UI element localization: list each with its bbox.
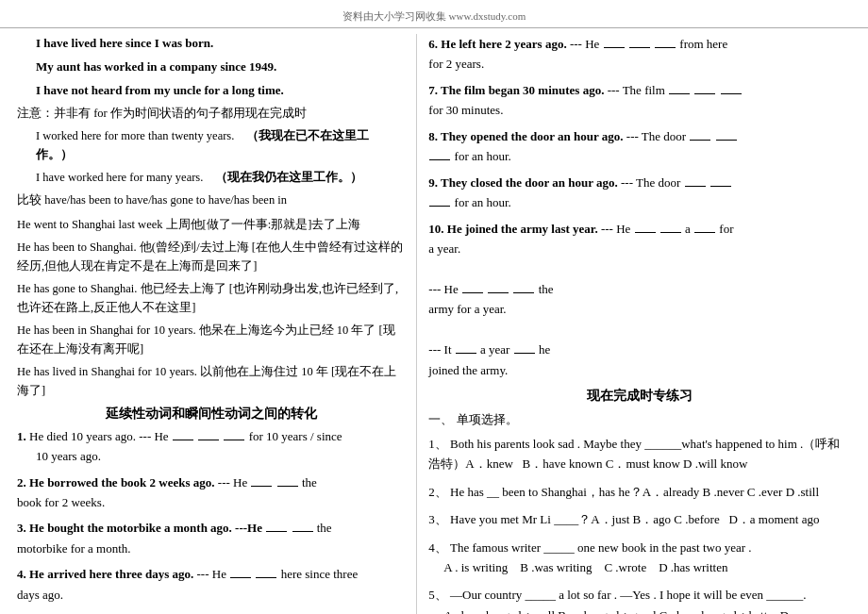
q3-suffix2: motorbike for a month. (17, 541, 131, 556)
q10-blank2 (660, 220, 681, 233)
left-section-title: 延续性动词和瞬间性动词之间的转化 (17, 406, 405, 423)
note-ex2-cn: （现在我仍在这里工作。） (215, 171, 362, 184)
right-exercise-8: 8. They opened the door an hour ago. ---… (428, 126, 851, 167)
example-3: I have not heard from my uncle for a lon… (17, 81, 405, 101)
q4-num: 4. He arrived here three days ago. (17, 567, 193, 581)
q10-extra2-suffix: he (539, 342, 550, 357)
q2-suffix: the (302, 475, 317, 490)
c5-text: —Our country _____ a lot so far . —Yes .… (450, 588, 806, 602)
q7-num: 7. The film began 30 minutes ago. (428, 83, 604, 97)
left-exercise-5: 5. They turned off the light 2 hours ago… (17, 610, 405, 614)
q6-suffix2: for 2 years. (428, 57, 484, 71)
para3: He has gone to Shanghai. 他已经去上海了 [也许刚动身出… (17, 279, 405, 317)
q1-blank3 (224, 427, 244, 440)
c5-num: 5、 (428, 588, 447, 602)
q6-blank3 (655, 35, 676, 48)
q6-num: 6. He left here 2 years ago. (428, 37, 566, 51)
main-content: I have lived here since I was born. My a… (0, 34, 868, 614)
note-title: 注意：并非有 for 作为时间状语的句子都用现在完成时 (17, 104, 405, 123)
right-exercise-10: 10. He joined the army last year. --- He… (428, 219, 851, 381)
c2-text: He has __ been to Shanghai，has he？A．alre… (450, 485, 819, 499)
q8-blank1 (690, 127, 710, 141)
c4-num: 4、 (428, 540, 447, 555)
q10-dash: --- He (601, 222, 634, 236)
q4-dash: --- He (197, 567, 230, 581)
q2-blank1 (251, 473, 272, 487)
note-ex2: I have worked here for many years. （现在我仍… (17, 168, 405, 187)
c5-options: A . has changed；well B．changed；good C . … (428, 608, 801, 614)
c3-text: Have you met Mr Li ____？A．just B．ago C .… (450, 512, 819, 526)
q10-suffix2: a year. (428, 241, 460, 256)
choice-5: 5、 —Our country _____ a lot so far . —Ye… (428, 585, 851, 614)
q9-suffix: for an hour. (455, 195, 511, 209)
left-exercise-3: 3. He bought the motorbike a month ago. … (17, 518, 405, 558)
right-column: 6. He left here 2 years ago. --- He from… (417, 34, 851, 614)
q9-blank3 (429, 193, 450, 207)
q3-suffix: the (317, 521, 332, 535)
q1-blank2 (198, 427, 219, 440)
q6-blank2 (629, 35, 650, 48)
note-ex2-text: I have worked here for many years. (36, 171, 203, 184)
para1: He went to Shanghai last week 上周他[做了一件事:… (17, 215, 405, 234)
q7-blank1 (669, 81, 690, 94)
para5: He has lived in Shanghai for 10 years. 以… (17, 362, 405, 400)
example-2: My aunt has worked in a company since 19… (17, 58, 405, 77)
q7-suffix: for 30 minutes. (428, 103, 503, 117)
q10-extra2-mid: a year (480, 342, 513, 357)
c1-text: Both his parents look sad . Maybe they _… (428, 437, 840, 471)
compare-text: 比较 have/has been to have/has gone to hav… (17, 191, 287, 210)
q9-blank2 (710, 174, 731, 187)
page-container: 资料由大小学习网收集 www.dxstudy.com I have lived … (0, 0, 868, 614)
q10-extra2: --- It (428, 342, 454, 357)
q10-mid: a (685, 222, 693, 236)
q10-extra2-suffix2: joined the army. (428, 363, 508, 377)
right-exercise-6: 6. He left here 2 years ago. --- He from… (428, 34, 851, 75)
q8-blank2 (716, 127, 737, 141)
q1-num: 1. (17, 429, 26, 443)
q3-blank2 (292, 519, 313, 532)
q10-e1b3 (513, 280, 534, 293)
q10-extra1-suffix: the (539, 282, 554, 296)
q1-text: He died 10 years ago. --- He (29, 429, 172, 443)
compare-line: 比较 have/has been to have/has gone to hav… (17, 191, 405, 210)
q2-suffix2: book for 2 weeks. (17, 495, 105, 509)
choice-3: 3、 Have you met Mr Li ____？A．just B．ago … (428, 509, 851, 529)
q10-e2b1 (456, 340, 476, 354)
choice-4: 4、 The famous writer _____ one new book … (428, 538, 851, 578)
q3-num: 3. He bought the motorbike a month ago. … (17, 521, 265, 535)
q10-extra1: --- He (428, 282, 461, 296)
c4-text: The famous writer _____ one new book in … (450, 540, 752, 555)
choice-2: 2、 He has __ been to Shanghai，has he？A．a… (428, 482, 851, 502)
q6-dash: --- He (570, 37, 603, 51)
left-exercise-2: 2. He borrowed the book 2 weeks ago. ---… (17, 473, 405, 513)
section-subtitle: 一、 单项选择。 (428, 410, 851, 430)
q4-blank1 (230, 565, 251, 578)
q2-blank2 (277, 473, 298, 487)
q10-e2b2 (514, 340, 535, 354)
q10-suffix: for (719, 222, 733, 236)
q10-e1b2 (488, 280, 509, 293)
q2-num: 2. He borrowed the book 2 weeks ago. (17, 475, 215, 490)
q10-blank1 (635, 220, 656, 233)
q7-blank2 (694, 81, 715, 94)
q7-blank3 (721, 81, 742, 94)
q10-num: 10. He joined the army last year. (428, 222, 597, 236)
q8-suffix: for an hour. (455, 149, 511, 163)
q6-suffix: from here (679, 37, 727, 51)
q4-suffix: here since three (281, 567, 359, 581)
q1-suffix2: 10 years ago. (17, 449, 101, 463)
right-exercise-7: 7. The film began 30 minutes ago. --- Th… (428, 80, 851, 121)
q10-blank3 (694, 220, 715, 233)
q9-num: 9. They closed the door an hour ago. (428, 175, 617, 190)
q8-num: 8. They opened the door an hour ago. (428, 129, 623, 143)
left-column: I have lived here since I was born. My a… (17, 34, 417, 614)
q10-e1b1 (462, 280, 483, 293)
c4-options: A . is writing B .was writing C .wrote D… (428, 560, 727, 574)
c3-num: 3、 (428, 512, 447, 526)
q6-blank1 (604, 35, 625, 48)
left-exercise-1: 1. He died 10 years ago. --- He for 10 y… (17, 426, 405, 467)
c1-num: 1、 (428, 437, 447, 451)
q8-blank3 (429, 147, 450, 160)
right-section-title: 现在完成时专练习 (428, 388, 851, 405)
note-ex1: I worked here for more than twenty years… (17, 126, 405, 164)
